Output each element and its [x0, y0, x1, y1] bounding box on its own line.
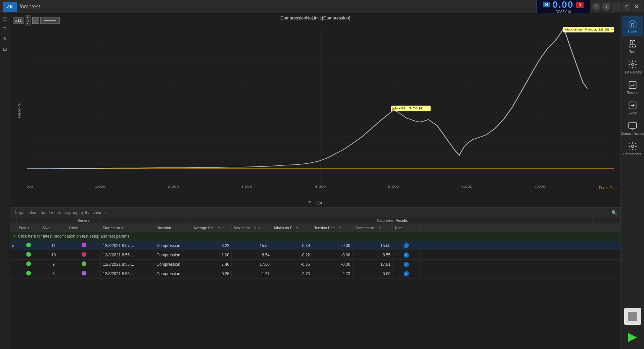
col-note-header[interactable]: Note	[393, 224, 420, 232]
row-started-11: 12/3/2021 8:57:...	[101, 242, 154, 249]
nav-item-testparams[interactable]: Test Params	[622, 57, 643, 77]
col-direction-header[interactable]: Direction	[154, 224, 191, 232]
group-direction-spacer	[154, 217, 191, 223]
maxforce-edit-icon[interactable]: ✎	[254, 226, 257, 230]
center-content: #11 ▲ 1 ▼ ——— CompressionNoLimit [Compre…	[10, 13, 620, 349]
row-compression-10: 8.55	[353, 251, 393, 259]
group-started-spacer	[101, 217, 154, 223]
status-dot-8	[26, 271, 31, 276]
title-bar: JK forcetest N 0.00 N DFS3-010 ? i − □ ✕	[0, 0, 644, 13]
svg-text:Maximum Force: 15.55 N: Maximum Force: 15.55 N	[564, 28, 614, 31]
nav-item-communication[interactable]: Communication	[622, 118, 643, 138]
nav-item-home[interactable]: Home	[622, 16, 643, 36]
nav-item-test[interactable]: Test	[622, 37, 643, 56]
unit-toggle[interactable]: N	[576, 2, 584, 8]
drag-hint: Drag a column header here to group by th…	[13, 210, 106, 215]
row-direction-8: Compression	[154, 270, 191, 278]
info-row[interactable]: Click here for latest modification on te…	[10, 232, 620, 241]
stop-button[interactable]	[624, 308, 641, 325]
note-icon-9[interactable]: ✓	[404, 262, 409, 267]
col-compression-header[interactable]: Compressio... ✎	[353, 224, 393, 232]
svg-text:3.000: 3.000	[241, 185, 252, 188]
status-dot-9	[26, 261, 31, 266]
left-sidebar: ☰ T ✎ ⊞	[0, 13, 10, 349]
svg-rect-0	[27, 27, 614, 191]
row-started-8: 12/3/2021 8:56:...	[101, 270, 154, 278]
table-row[interactable]: ▶ 11 12/3/2021 8:57:... Compression 3.22…	[10, 241, 620, 250]
spinner-down[interactable]: ▼	[26, 22, 31, 25]
col-color-header[interactable]: Color	[67, 224, 101, 232]
row-avgforce-10: 1.00	[191, 251, 232, 259]
svg-text:4.000: 4.000	[315, 185, 326, 188]
row-note-9: ✓	[393, 260, 420, 268]
svg-text:-0.000: -0.000	[27, 185, 33, 188]
minimize-button[interactable]: −	[612, 3, 620, 11]
row-color-8	[67, 269, 101, 278]
y-axis-label: Force (N)	[17, 103, 21, 118]
nav-label-communication: Communication	[621, 132, 644, 136]
row-tension-10: -0.00	[312, 251, 353, 259]
maximize-button[interactable]: □	[623, 3, 631, 11]
spinner: ▲ 1 ▼	[26, 15, 31, 26]
minforce-edit-icon[interactable]: ✎	[296, 226, 298, 230]
testparams-icon	[628, 60, 637, 69]
nav-item-preferences[interactable]: Preferences	[622, 139, 643, 159]
row-maxforce-9: 17.60	[232, 261, 272, 268]
row-status-11	[17, 241, 40, 250]
nav-item-results[interactable]: Results	[622, 78, 643, 97]
left-icon-3[interactable]: ✎	[3, 36, 7, 42]
left-icon-1[interactable]: ☰	[3, 16, 7, 21]
col-status-header[interactable]: Status	[17, 224, 40, 232]
left-icon-2[interactable]: T	[3, 26, 6, 32]
maxforce-add-icon[interactable]: ＋	[258, 225, 261, 230]
svg-point-27	[632, 46, 633, 47]
row-expand-11[interactable]: ▶	[10, 242, 17, 249]
table-search-icon[interactable]: 🔍	[611, 210, 617, 215]
row-note-11: ✓	[393, 242, 420, 250]
note-icon-11[interactable]: ✓	[404, 243, 409, 248]
close-button[interactable]: ✕	[633, 3, 641, 11]
force-floor-label: Force Floor	[599, 186, 618, 190]
left-icon-4[interactable]: ⊞	[3, 46, 7, 52]
nav-item-export[interactable]: Export	[622, 98, 643, 118]
avgforce-add-icon[interactable]: ＋	[221, 225, 225, 230]
row-avgforce-9: 7.46	[191, 261, 232, 268]
table-row[interactable]: 8 12/3/2021 8:56:... Compression -0.26 1…	[10, 269, 620, 279]
expand-arrow-11[interactable]: ▶	[12, 244, 15, 248]
col-tension-header[interactable]: Tension Pea... ✎	[312, 224, 353, 232]
spinner-up[interactable]: ▲	[26, 16, 31, 18]
row-direction-9: Compression	[154, 261, 191, 268]
group-note-spacer	[594, 217, 620, 223]
col-avgforce-header[interactable]: Average For... ✎ ＋	[191, 224, 232, 232]
color-picker[interactable]	[32, 17, 39, 24]
help-button-2[interactable]: i	[602, 3, 610, 11]
col-maxforce-header[interactable]: Maximum... ✎ ＋	[232, 224, 272, 232]
play-button[interactable]: ▶	[624, 328, 641, 345]
row-color-10	[67, 251, 101, 259]
compression-edit-icon[interactable]: ✎	[378, 226, 381, 230]
row-expand-10	[10, 254, 17, 256]
row-minforce-11: -0.39	[272, 242, 312, 249]
note-icon-8[interactable]: ✓	[404, 271, 409, 277]
help-button-1[interactable]: ?	[592, 3, 600, 11]
col-sno-header[interactable]: SNo	[40, 224, 67, 232]
col-minforce-header[interactable]: Minimum F... ✎	[272, 224, 312, 232]
note-icon-10[interactable]: ✓	[404, 252, 409, 258]
tension-edit-icon[interactable]: ✎	[339, 226, 341, 230]
avgforce-edit-icon[interactable]: ✎	[218, 226, 220, 230]
line-style-button[interactable]: ———	[40, 17, 60, 24]
group-calculated-label: Calculated Results	[191, 217, 594, 223]
test-number-button[interactable]: #11	[13, 17, 24, 24]
main-container: ☰ T ✎ ⊞ #11 ▲ 1 ▼ ——— CompressionNoLimit…	[0, 13, 644, 349]
table-col-row: Status SNo Color Started on ▼ Direction …	[10, 224, 620, 232]
row-compression-9: 17.61	[353, 261, 393, 268]
col-expand-header	[10, 224, 17, 232]
export-icon	[628, 101, 637, 110]
row-status-9	[17, 260, 40, 268]
table-row[interactable]: 10 12/3/2021 8:56:... Compression 1.00 8…	[10, 250, 620, 260]
status-dot-11	[26, 243, 31, 247]
col-started-header[interactable]: Started on ▼	[101, 224, 154, 232]
chart-toolbar: #11 ▲ 1 ▼ ———	[13, 15, 60, 26]
table-row[interactable]: 9 12/3/2021 8:56:... Compression 7.46 17…	[10, 260, 620, 269]
info-dot	[13, 235, 15, 237]
